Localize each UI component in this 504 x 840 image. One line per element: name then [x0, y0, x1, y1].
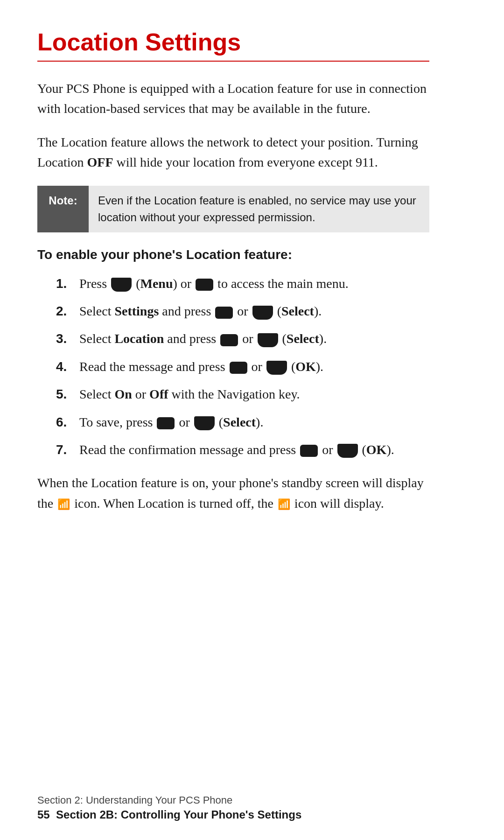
btn-rect-7: [300, 445, 318, 457]
step-1-number: 1.: [56, 273, 79, 294]
title-divider: [37, 61, 429, 62]
step-6: 6. To save, press or (Select).: [56, 412, 429, 432]
footer-section-label: Section 2: Understanding Your PCS Phone: [37, 794, 467, 806]
btn-rect-1: [196, 279, 213, 291]
intro-paragraph-1: Your PCS Phone is equipped with a Locati…: [37, 78, 429, 119]
footer-page-number: 55: [37, 808, 50, 821]
ok-bold-7: OK: [366, 442, 387, 457]
page-footer: Section 2: Understanding Your PCS Phone …: [37, 794, 467, 821]
step-7-number: 7.: [56, 440, 79, 460]
step-1-text: Press (Menu) or to access the main menu.: [79, 273, 429, 294]
section-heading: To enable your phone's Location feature:: [37, 247, 429, 262]
step-5-text: Select On or Off with the Navigation key…: [79, 384, 429, 404]
btn-rect-4: [230, 362, 247, 374]
step-6-number: 6.: [56, 412, 79, 432]
off-bold-5: Off: [149, 387, 168, 401]
footer-section-title: Section 2B: Controlling Your Phone's Set…: [56, 808, 301, 821]
step-4-number: 4.: [56, 357, 79, 377]
note-label: Note:: [37, 186, 89, 232]
step-4-text: Read the message and press or (OK).: [79, 357, 429, 377]
footer-bold-text: 55 Section 2B: Controlling Your Phone's …: [37, 808, 467, 821]
btn-rect-3: [220, 334, 238, 346]
ok-bold-4: OK: [295, 359, 316, 374]
btn-rect-2: [215, 307, 233, 319]
btn-softkey-4: [266, 361, 287, 375]
select-bold-2: Select: [281, 304, 314, 318]
btn-softkey-3: [258, 333, 278, 347]
select-bold-6: Select: [223, 415, 256, 429]
step-4: 4. Read the message and press or (OK).: [56, 357, 429, 377]
step-2-number: 2.: [56, 301, 79, 321]
step-5: 5. Select On or Off with the Navigation …: [56, 384, 429, 404]
step-3-number: 3.: [56, 329, 79, 349]
step-3: 3. Select Location and press or (Select)…: [56, 329, 429, 349]
location-icon-on: 📶: [57, 497, 70, 512]
step-6-text: To save, press or (Select).: [79, 412, 429, 432]
off-bold: OFF: [87, 155, 113, 169]
intro-paragraph-2: The Location feature allows the network …: [37, 132, 429, 173]
select-bold-3: Select: [287, 331, 319, 346]
step-2-text: Select Settings and press or (Select).: [79, 301, 429, 321]
closing-paragraph: When the Location feature is on, your ph…: [37, 473, 429, 513]
on-bold: On: [114, 387, 132, 401]
note-box: Note: Even if the Location feature is en…: [37, 186, 429, 232]
menu-bold: Menu: [140, 276, 173, 291]
step-7-text: Read the confirmation message and press …: [79, 440, 429, 460]
step-5-number: 5.: [56, 384, 79, 404]
settings-bold: Settings: [114, 304, 159, 318]
location-bold: Location: [114, 331, 164, 346]
btn-rect-6: [157, 417, 175, 429]
step-1: 1. Press (Menu) or to access the main me…: [56, 273, 429, 294]
btn-softkey-1: [111, 278, 132, 292]
page-title: Location Settings: [37, 28, 429, 56]
btn-softkey-2: [252, 306, 273, 320]
step-3-text: Select Location and press or (Select).: [79, 329, 429, 349]
btn-softkey-6: [194, 416, 215, 430]
note-text: Even if the Location feature is enabled,…: [89, 186, 429, 232]
location-icon-off: 📶: [278, 497, 290, 512]
step-2: 2. Select Settings and press or (Select)…: [56, 301, 429, 321]
btn-softkey-7: [337, 444, 358, 458]
step-7: 7. Read the confirmation message and pre…: [56, 440, 429, 460]
steps-list: 1. Press (Menu) or to access the main me…: [56, 273, 429, 460]
